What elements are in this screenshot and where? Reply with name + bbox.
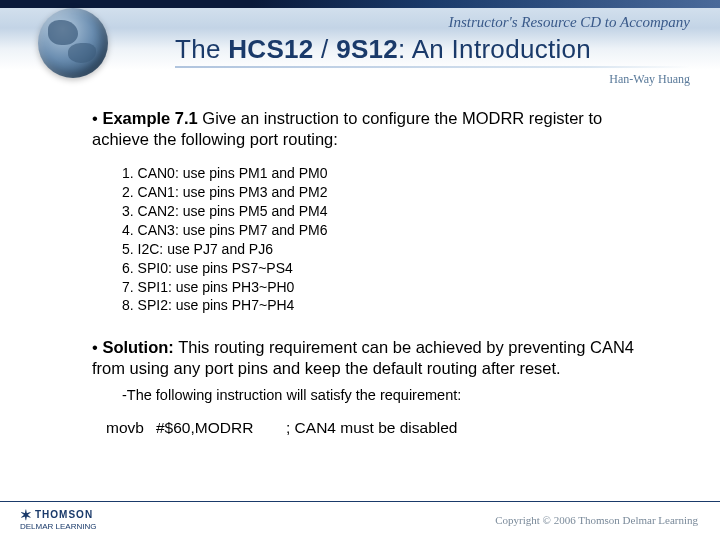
header-tagline: Instructor's Resource CD to Accompany (448, 14, 690, 31)
code-line: movb#$60,MODRR; CAN4 must be disabled (106, 418, 647, 438)
slide-header: Instructor's Resource CD to Accompany Th… (0, 0, 720, 95)
footer-brand: THOMSON (35, 509, 93, 520)
routing-list: 1. CAN0: use pins PM1 and PM0 2. CAN1: u… (122, 164, 647, 315)
solution-text: This routing requirement can be achieved… (92, 338, 634, 377)
title-post: : An Introduction (398, 34, 591, 64)
footer-copyright: Copyright © 2006 Thomson Delmar Learning (495, 514, 698, 526)
title-bold1: HCS12 (228, 34, 313, 64)
bullet: • (92, 338, 102, 356)
solution-label: Solution: (102, 338, 173, 356)
publisher-logo: ✶THOMSON DELMAR LEARNING (20, 508, 96, 532)
title-mid: / (314, 34, 337, 64)
footer-rule (0, 501, 720, 503)
code-comment: ; CAN4 must be disabled (286, 419, 457, 436)
star-icon: ✶ (20, 508, 33, 523)
list-item: 8. SPI2: use pins PH7~PH4 (122, 296, 647, 315)
code-op: movb (106, 418, 156, 438)
list-item: 3. CAN2: use pins PM5 and PM4 (122, 202, 647, 221)
list-item: 4. CAN3: use pins PM7 and PM6 (122, 221, 647, 240)
example-intro: • Example 7.1 Give an instruction to con… (92, 108, 647, 150)
list-item: 6. SPI0: use pins PS7~PS4 (122, 259, 647, 278)
footer-sub: DELMAR LEARNING (20, 522, 96, 531)
header-title: The HCS12 / 9S12: An Introduction (175, 34, 591, 65)
example-label: Example 7.1 (102, 109, 197, 127)
title-pre: The (175, 34, 228, 64)
header-underline (175, 66, 690, 68)
list-item: 7. SPI1: use pins PH3~PH0 (122, 278, 647, 297)
list-item: 5. I2C: use PJ7 and PJ6 (122, 240, 647, 259)
globe-icon (38, 8, 108, 78)
header-author: Han-Way Huang (609, 72, 690, 87)
bullet: • (92, 109, 102, 127)
list-item: 1. CAN0: use pins PM1 and PM0 (122, 164, 647, 183)
slide-footer: ✶THOMSON DELMAR LEARNING Copyright © 200… (0, 495, 720, 540)
title-bold2: 9S12 (336, 34, 398, 64)
solution-note: -The following instruction will satisfy … (122, 386, 647, 405)
list-item: 2. CAN1: use pins PM3 and PM2 (122, 183, 647, 202)
solution-block: • Solution: This routing requirement can… (92, 337, 647, 379)
header-stripe (0, 0, 720, 8)
slide-content: • Example 7.1 Give an instruction to con… (92, 108, 647, 438)
code-arg: #$60,MODRR (156, 418, 286, 438)
